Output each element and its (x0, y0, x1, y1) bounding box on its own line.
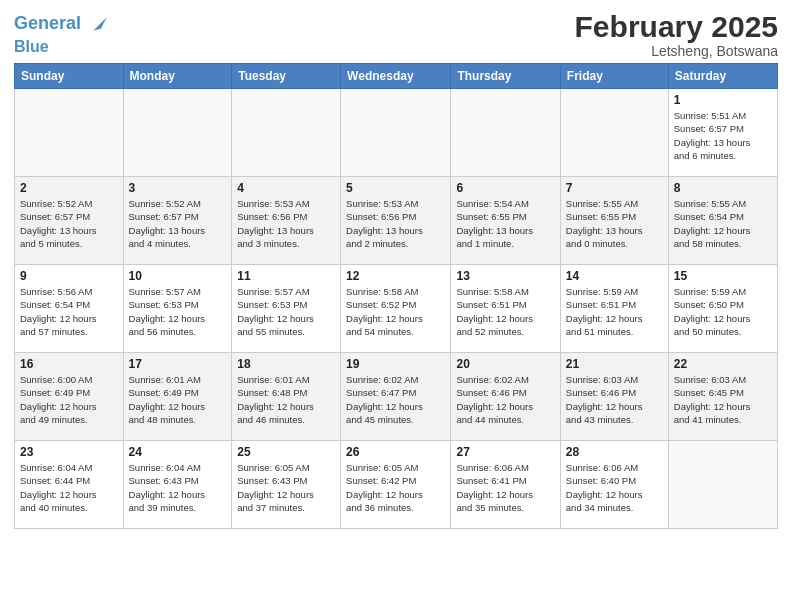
day-number: 13 (456, 269, 554, 283)
day-info: Sunrise: 5:59 AM Sunset: 6:51 PM Dayligh… (566, 285, 663, 338)
calendar-cell (15, 89, 124, 177)
day-info: Sunrise: 6:04 AM Sunset: 6:43 PM Dayligh… (129, 461, 227, 514)
calendar-cell: 15Sunrise: 5:59 AM Sunset: 6:50 PM Dayli… (668, 265, 777, 353)
day-number: 23 (20, 445, 118, 459)
weekday-header: Monday (123, 64, 232, 89)
calendar-cell (451, 89, 560, 177)
calendar-cell: 24Sunrise: 6:04 AM Sunset: 6:43 PM Dayli… (123, 441, 232, 529)
day-info: Sunrise: 6:06 AM Sunset: 6:41 PM Dayligh… (456, 461, 554, 514)
calendar-week-row: 9Sunrise: 5:56 AM Sunset: 6:54 PM Daylig… (15, 265, 778, 353)
calendar-cell: 8Sunrise: 5:55 AM Sunset: 6:54 PM Daylig… (668, 177, 777, 265)
day-number: 10 (129, 269, 227, 283)
calendar-cell: 7Sunrise: 5:55 AM Sunset: 6:55 PM Daylig… (560, 177, 668, 265)
day-number: 14 (566, 269, 663, 283)
day-number: 28 (566, 445, 663, 459)
day-number: 1 (674, 93, 772, 107)
day-info: Sunrise: 5:57 AM Sunset: 6:53 PM Dayligh… (237, 285, 335, 338)
day-info: Sunrise: 6:02 AM Sunset: 6:47 PM Dayligh… (346, 373, 445, 426)
day-number: 11 (237, 269, 335, 283)
day-number: 2 (20, 181, 118, 195)
calendar-cell (668, 441, 777, 529)
day-number: 25 (237, 445, 335, 459)
day-number: 12 (346, 269, 445, 283)
page: General Blue February 2025 Letsheng, Bot… (0, 0, 792, 612)
day-info: Sunrise: 5:56 AM Sunset: 6:54 PM Dayligh… (20, 285, 118, 338)
day-info: Sunrise: 6:05 AM Sunset: 6:43 PM Dayligh… (237, 461, 335, 514)
day-number: 15 (674, 269, 772, 283)
day-info: Sunrise: 6:02 AM Sunset: 6:46 PM Dayligh… (456, 373, 554, 426)
day-info: Sunrise: 5:58 AM Sunset: 6:51 PM Dayligh… (456, 285, 554, 338)
calendar-cell: 17Sunrise: 6:01 AM Sunset: 6:49 PM Dayli… (123, 353, 232, 441)
calendar-cell: 5Sunrise: 5:53 AM Sunset: 6:56 PM Daylig… (341, 177, 451, 265)
day-number: 9 (20, 269, 118, 283)
day-info: Sunrise: 5:59 AM Sunset: 6:50 PM Dayligh… (674, 285, 772, 338)
calendar-cell: 2Sunrise: 5:52 AM Sunset: 6:57 PM Daylig… (15, 177, 124, 265)
day-info: Sunrise: 6:03 AM Sunset: 6:46 PM Dayligh… (566, 373, 663, 426)
calendar-week-row: 23Sunrise: 6:04 AM Sunset: 6:44 PM Dayli… (15, 441, 778, 529)
calendar-cell: 4Sunrise: 5:53 AM Sunset: 6:56 PM Daylig… (232, 177, 341, 265)
calendar-cell: 18Sunrise: 6:01 AM Sunset: 6:48 PM Dayli… (232, 353, 341, 441)
calendar-cell: 14Sunrise: 5:59 AM Sunset: 6:51 PM Dayli… (560, 265, 668, 353)
calendar-cell: 12Sunrise: 5:58 AM Sunset: 6:52 PM Dayli… (341, 265, 451, 353)
weekday-header: Friday (560, 64, 668, 89)
day-info: Sunrise: 5:52 AM Sunset: 6:57 PM Dayligh… (20, 197, 118, 250)
day-number: 19 (346, 357, 445, 371)
calendar-cell: 3Sunrise: 5:52 AM Sunset: 6:57 PM Daylig… (123, 177, 232, 265)
day-number: 17 (129, 357, 227, 371)
day-number: 7 (566, 181, 663, 195)
weekday-header: Thursday (451, 64, 560, 89)
day-info: Sunrise: 6:06 AM Sunset: 6:40 PM Dayligh… (566, 461, 663, 514)
day-number: 4 (237, 181, 335, 195)
calendar-cell: 6Sunrise: 5:54 AM Sunset: 6:55 PM Daylig… (451, 177, 560, 265)
calendar-cell: 22Sunrise: 6:03 AM Sunset: 6:45 PM Dayli… (668, 353, 777, 441)
calendar-cell (560, 89, 668, 177)
calendar-cell: 13Sunrise: 5:58 AM Sunset: 6:51 PM Dayli… (451, 265, 560, 353)
day-info: Sunrise: 5:57 AM Sunset: 6:53 PM Dayligh… (129, 285, 227, 338)
calendar-cell: 1Sunrise: 5:51 AM Sunset: 6:57 PM Daylig… (668, 89, 777, 177)
day-info: Sunrise: 5:54 AM Sunset: 6:55 PM Dayligh… (456, 197, 554, 250)
day-info: Sunrise: 5:58 AM Sunset: 6:52 PM Dayligh… (346, 285, 445, 338)
header-right: February 2025 Letsheng, Botswana (575, 10, 778, 59)
calendar-cell: 19Sunrise: 6:02 AM Sunset: 6:47 PM Dayli… (341, 353, 451, 441)
calendar-header-row: SundayMondayTuesdayWednesdayThursdayFrid… (15, 64, 778, 89)
header: General Blue February 2025 Letsheng, Bot… (14, 10, 778, 59)
calendar-cell: 23Sunrise: 6:04 AM Sunset: 6:44 PM Dayli… (15, 441, 124, 529)
day-number: 20 (456, 357, 554, 371)
calendar-cell: 28Sunrise: 6:06 AM Sunset: 6:40 PM Dayli… (560, 441, 668, 529)
day-number: 24 (129, 445, 227, 459)
logo: General Blue (14, 10, 114, 56)
calendar-cell (341, 89, 451, 177)
day-number: 3 (129, 181, 227, 195)
day-number: 16 (20, 357, 118, 371)
weekday-header: Saturday (668, 64, 777, 89)
day-number: 8 (674, 181, 772, 195)
calendar-week-row: 16Sunrise: 6:00 AM Sunset: 6:49 PM Dayli… (15, 353, 778, 441)
calendar-cell: 20Sunrise: 6:02 AM Sunset: 6:46 PM Dayli… (451, 353, 560, 441)
svg-marker-0 (94, 17, 113, 30)
calendar-cell: 9Sunrise: 5:56 AM Sunset: 6:54 PM Daylig… (15, 265, 124, 353)
day-info: Sunrise: 5:52 AM Sunset: 6:57 PM Dayligh… (129, 197, 227, 250)
weekday-header: Sunday (15, 64, 124, 89)
day-number: 6 (456, 181, 554, 195)
weekday-header: Tuesday (232, 64, 341, 89)
calendar-cell: 16Sunrise: 6:00 AM Sunset: 6:49 PM Dayli… (15, 353, 124, 441)
weekday-header: Wednesday (341, 64, 451, 89)
day-info: Sunrise: 5:55 AM Sunset: 6:55 PM Dayligh… (566, 197, 663, 250)
day-number: 18 (237, 357, 335, 371)
day-info: Sunrise: 6:05 AM Sunset: 6:42 PM Dayligh… (346, 461, 445, 514)
day-number: 5 (346, 181, 445, 195)
day-number: 26 (346, 445, 445, 459)
day-info: Sunrise: 6:01 AM Sunset: 6:48 PM Dayligh… (237, 373, 335, 426)
calendar-cell: 27Sunrise: 6:06 AM Sunset: 6:41 PM Dayli… (451, 441, 560, 529)
calendar: SundayMondayTuesdayWednesdayThursdayFrid… (14, 63, 778, 529)
day-number: 27 (456, 445, 554, 459)
day-info: Sunrise: 6:03 AM Sunset: 6:45 PM Dayligh… (674, 373, 772, 426)
day-info: Sunrise: 5:53 AM Sunset: 6:56 PM Dayligh… (346, 197, 445, 250)
calendar-cell (123, 89, 232, 177)
calendar-cell: 10Sunrise: 5:57 AM Sunset: 6:53 PM Dayli… (123, 265, 232, 353)
day-info: Sunrise: 5:55 AM Sunset: 6:54 PM Dayligh… (674, 197, 772, 250)
calendar-cell: 26Sunrise: 6:05 AM Sunset: 6:42 PM Dayli… (341, 441, 451, 529)
day-number: 21 (566, 357, 663, 371)
location: Letsheng, Botswana (575, 43, 778, 59)
calendar-cell: 25Sunrise: 6:05 AM Sunset: 6:43 PM Dayli… (232, 441, 341, 529)
